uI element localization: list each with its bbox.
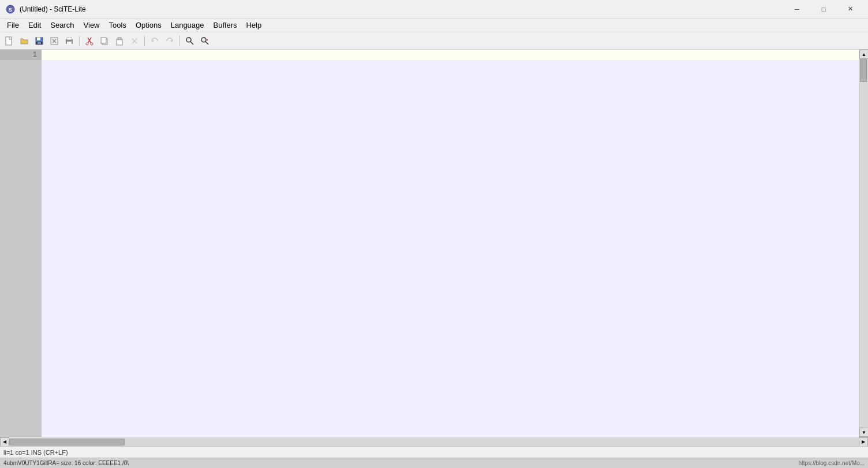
close-button[interactable]: ✕ [837,0,863,18]
svg-marker-24 [152,39,154,42]
svg-point-17 [91,43,93,45]
maximize-button[interactable]: □ [810,0,837,18]
toolbar-save-button[interactable] [32,34,46,48]
scroll-thumb-vertical[interactable] [860,59,867,82]
toolbar-separator-3 [179,36,180,46]
menu-buffers[interactable]: Buffers [209,19,242,32]
svg-rect-19 [101,38,106,43]
toolbar-paste-button[interactable] [113,34,126,48]
svg-rect-6 [38,42,41,44]
line-number-1: 1 [0,50,42,60]
svg-rect-4 [37,38,40,40]
horizontal-scrollbar-container: ◀ ▶ [0,437,868,446]
minimize-button[interactable]: ─ [784,0,810,18]
svg-point-16 [86,43,88,45]
svg-line-29 [205,42,208,44]
status-position: li=1 co=1 INS (CR+LF) [3,449,865,456]
svg-rect-20 [117,39,122,45]
toolbar-delete-button[interactable] [128,34,141,48]
status-info-right: https://blog.csdn.net/Mo... [798,460,865,466]
svg-marker-25 [170,39,173,42]
toolbar-separator-2 [144,36,145,46]
scroll-track-vertical[interactable] [859,59,868,428]
toolbar-new-button[interactable] [2,34,16,48]
window-controls: ─ □ ✕ [784,0,863,18]
toolbar [0,32,868,50]
svg-point-28 [201,38,206,42]
toolbar-find-next-button[interactable] [198,34,212,48]
toolbar-open-button[interactable] [17,34,31,48]
editor-panel: 1 ▲ ▼ ◀ ▶ [0,50,868,446]
status-bar-2: 4ubmV0UTY1GillRA= size: 16 color: EEEEE1… [0,458,868,468]
editor-row: 1 ▲ ▼ [0,50,868,437]
toolbar-separator-1 [79,36,80,46]
app-icon: S [5,3,16,15]
toolbar-cut-button[interactable] [83,34,96,48]
vertical-scrollbar: ▲ ▼ [859,50,868,437]
scroll-down-button[interactable]: ▼ [859,428,868,437]
svg-point-13 [71,40,72,42]
line-numbers-gutter: 1 [0,50,42,437]
editor-textarea[interactable] [42,50,859,437]
svg-rect-21 [118,38,121,40]
menu-search[interactable]: Search [46,19,78,32]
status-info-left: 4ubmV0UTY1GillRA= size: 16 color: EEEEE1… [3,460,798,466]
window-title: (Untitled) - SciTE-Lite [20,5,784,13]
editor-area[interactable] [42,50,859,437]
toolbar-close-file-button[interactable] [47,34,61,48]
scroll-left-button[interactable]: ◀ [0,437,9,447]
scroll-up-button[interactable]: ▲ [859,50,868,59]
svg-rect-2 [6,37,12,45]
svg-rect-11 [67,42,72,44]
menu-help[interactable]: Help [241,19,266,32]
menu-language[interactable]: Language [166,19,209,32]
menu-edit[interactable]: Edit [24,19,46,32]
svg-text:S: S [9,7,12,13]
toolbar-find-button[interactable] [183,34,197,48]
menu-bar: File Edit Search View Tools Options Lang… [0,18,868,32]
menu-options[interactable]: Options [131,19,166,32]
title-bar: S (Untitled) - SciTE-Lite ─ □ ✕ [0,0,868,18]
scroll-right-button[interactable]: ▶ [859,437,868,447]
toolbar-undo-button[interactable] [148,34,162,48]
toolbar-print-button[interactable] [62,34,76,48]
toolbar-copy-button[interactable] [98,34,111,48]
menu-view[interactable]: View [79,19,104,32]
scroll-track-horizontal[interactable] [9,438,859,446]
menu-tools[interactable]: Tools [104,19,131,32]
menu-file[interactable]: File [2,19,24,32]
svg-line-27 [190,42,193,44]
status-bar: li=1 co=1 INS (CR+LF) [0,446,868,458]
scroll-thumb-horizontal[interactable] [9,439,125,445]
toolbar-redo-button[interactable] [163,34,177,48]
svg-rect-12 [67,38,72,40]
svg-point-26 [186,38,191,42]
